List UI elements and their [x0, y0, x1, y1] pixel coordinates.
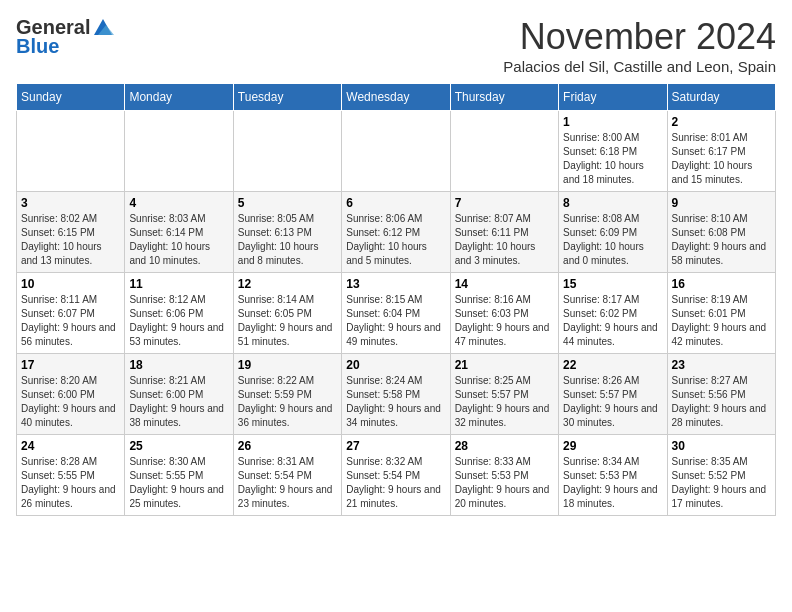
calendar-cell: 30Sunrise: 8:35 AM Sunset: 5:52 PM Dayli…	[667, 435, 775, 516]
calendar-cell	[342, 111, 450, 192]
day-number: 3	[21, 196, 120, 210]
logo-icon	[92, 17, 114, 39]
day-info: Sunrise: 8:10 AM Sunset: 6:08 PM Dayligh…	[672, 212, 771, 268]
calendar-cell: 12Sunrise: 8:14 AM Sunset: 6:05 PM Dayli…	[233, 273, 341, 354]
day-number: 19	[238, 358, 337, 372]
calendar-cell: 26Sunrise: 8:31 AM Sunset: 5:54 PM Dayli…	[233, 435, 341, 516]
calendar-cell: 27Sunrise: 8:32 AM Sunset: 5:54 PM Dayli…	[342, 435, 450, 516]
day-info: Sunrise: 8:19 AM Sunset: 6:01 PM Dayligh…	[672, 293, 771, 349]
day-number: 28	[455, 439, 554, 453]
calendar-header-row: SundayMondayTuesdayWednesdayThursdayFrid…	[17, 84, 776, 111]
day-number: 22	[563, 358, 662, 372]
header: General Blue November 2024 Palacios del …	[16, 16, 776, 75]
calendar-cell	[125, 111, 233, 192]
day-number: 4	[129, 196, 228, 210]
day-number: 7	[455, 196, 554, 210]
day-info: Sunrise: 8:31 AM Sunset: 5:54 PM Dayligh…	[238, 455, 337, 511]
calendar-cell: 16Sunrise: 8:19 AM Sunset: 6:01 PM Dayli…	[667, 273, 775, 354]
calendar: SundayMondayTuesdayWednesdayThursdayFrid…	[16, 83, 776, 516]
day-info: Sunrise: 8:05 AM Sunset: 6:13 PM Dayligh…	[238, 212, 337, 268]
day-info: Sunrise: 8:00 AM Sunset: 6:18 PM Dayligh…	[563, 131, 662, 187]
day-number: 5	[238, 196, 337, 210]
day-number: 11	[129, 277, 228, 291]
day-info: Sunrise: 8:33 AM Sunset: 5:53 PM Dayligh…	[455, 455, 554, 511]
day-number: 20	[346, 358, 445, 372]
calendar-cell: 10Sunrise: 8:11 AM Sunset: 6:07 PM Dayli…	[17, 273, 125, 354]
logo-blue: Blue	[16, 35, 59, 58]
calendar-cell: 4Sunrise: 8:03 AM Sunset: 6:14 PM Daylig…	[125, 192, 233, 273]
calendar-week-1: 1Sunrise: 8:00 AM Sunset: 6:18 PM Daylig…	[17, 111, 776, 192]
calendar-week-5: 24Sunrise: 8:28 AM Sunset: 5:55 PM Dayli…	[17, 435, 776, 516]
calendar-cell: 20Sunrise: 8:24 AM Sunset: 5:58 PM Dayli…	[342, 354, 450, 435]
day-info: Sunrise: 8:27 AM Sunset: 5:56 PM Dayligh…	[672, 374, 771, 430]
day-info: Sunrise: 8:14 AM Sunset: 6:05 PM Dayligh…	[238, 293, 337, 349]
calendar-header-friday: Friday	[559, 84, 667, 111]
day-info: Sunrise: 8:07 AM Sunset: 6:11 PM Dayligh…	[455, 212, 554, 268]
calendar-cell: 23Sunrise: 8:27 AM Sunset: 5:56 PM Dayli…	[667, 354, 775, 435]
calendar-cell: 3Sunrise: 8:02 AM Sunset: 6:15 PM Daylig…	[17, 192, 125, 273]
day-info: Sunrise: 8:34 AM Sunset: 5:53 PM Dayligh…	[563, 455, 662, 511]
calendar-week-3: 10Sunrise: 8:11 AM Sunset: 6:07 PM Dayli…	[17, 273, 776, 354]
calendar-cell	[450, 111, 558, 192]
day-number: 10	[21, 277, 120, 291]
day-info: Sunrise: 8:03 AM Sunset: 6:14 PM Dayligh…	[129, 212, 228, 268]
calendar-cell: 1Sunrise: 8:00 AM Sunset: 6:18 PM Daylig…	[559, 111, 667, 192]
day-info: Sunrise: 8:32 AM Sunset: 5:54 PM Dayligh…	[346, 455, 445, 511]
day-number: 26	[238, 439, 337, 453]
calendar-cell: 14Sunrise: 8:16 AM Sunset: 6:03 PM Dayli…	[450, 273, 558, 354]
day-number: 8	[563, 196, 662, 210]
calendar-cell: 18Sunrise: 8:21 AM Sunset: 6:00 PM Dayli…	[125, 354, 233, 435]
day-number: 17	[21, 358, 120, 372]
day-info: Sunrise: 8:21 AM Sunset: 6:00 PM Dayligh…	[129, 374, 228, 430]
day-number: 12	[238, 277, 337, 291]
calendar-cell: 5Sunrise: 8:05 AM Sunset: 6:13 PM Daylig…	[233, 192, 341, 273]
calendar-header-wednesday: Wednesday	[342, 84, 450, 111]
day-info: Sunrise: 8:24 AM Sunset: 5:58 PM Dayligh…	[346, 374, 445, 430]
day-info: Sunrise: 8:01 AM Sunset: 6:17 PM Dayligh…	[672, 131, 771, 187]
day-info: Sunrise: 8:15 AM Sunset: 6:04 PM Dayligh…	[346, 293, 445, 349]
calendar-cell: 13Sunrise: 8:15 AM Sunset: 6:04 PM Dayli…	[342, 273, 450, 354]
calendar-cell: 8Sunrise: 8:08 AM Sunset: 6:09 PM Daylig…	[559, 192, 667, 273]
day-number: 25	[129, 439, 228, 453]
day-number: 24	[21, 439, 120, 453]
title-area: November 2024 Palacios del Sil, Castille…	[503, 16, 776, 75]
day-number: 30	[672, 439, 771, 453]
calendar-header-saturday: Saturday	[667, 84, 775, 111]
day-info: Sunrise: 8:16 AM Sunset: 6:03 PM Dayligh…	[455, 293, 554, 349]
location-subtitle: Palacios del Sil, Castille and Leon, Spa…	[503, 58, 776, 75]
calendar-cell: 17Sunrise: 8:20 AM Sunset: 6:00 PM Dayli…	[17, 354, 125, 435]
calendar-week-4: 17Sunrise: 8:20 AM Sunset: 6:00 PM Dayli…	[17, 354, 776, 435]
day-info: Sunrise: 8:08 AM Sunset: 6:09 PM Dayligh…	[563, 212, 662, 268]
calendar-cell: 28Sunrise: 8:33 AM Sunset: 5:53 PM Dayli…	[450, 435, 558, 516]
day-info: Sunrise: 8:35 AM Sunset: 5:52 PM Dayligh…	[672, 455, 771, 511]
month-title: November 2024	[503, 16, 776, 58]
day-info: Sunrise: 8:02 AM Sunset: 6:15 PM Dayligh…	[21, 212, 120, 268]
day-info: Sunrise: 8:20 AM Sunset: 6:00 PM Dayligh…	[21, 374, 120, 430]
day-number: 23	[672, 358, 771, 372]
calendar-cell: 11Sunrise: 8:12 AM Sunset: 6:06 PM Dayli…	[125, 273, 233, 354]
day-info: Sunrise: 8:11 AM Sunset: 6:07 PM Dayligh…	[21, 293, 120, 349]
day-number: 29	[563, 439, 662, 453]
calendar-header-tuesday: Tuesday	[233, 84, 341, 111]
calendar-week-2: 3Sunrise: 8:02 AM Sunset: 6:15 PM Daylig…	[17, 192, 776, 273]
day-number: 9	[672, 196, 771, 210]
day-info: Sunrise: 8:28 AM Sunset: 5:55 PM Dayligh…	[21, 455, 120, 511]
day-number: 6	[346, 196, 445, 210]
day-info: Sunrise: 8:17 AM Sunset: 6:02 PM Dayligh…	[563, 293, 662, 349]
day-number: 2	[672, 115, 771, 129]
calendar-header-monday: Monday	[125, 84, 233, 111]
day-info: Sunrise: 8:25 AM Sunset: 5:57 PM Dayligh…	[455, 374, 554, 430]
calendar-cell: 21Sunrise: 8:25 AM Sunset: 5:57 PM Dayli…	[450, 354, 558, 435]
day-info: Sunrise: 8:30 AM Sunset: 5:55 PM Dayligh…	[129, 455, 228, 511]
calendar-cell	[17, 111, 125, 192]
day-number: 1	[563, 115, 662, 129]
calendar-cell	[233, 111, 341, 192]
day-number: 21	[455, 358, 554, 372]
day-number: 18	[129, 358, 228, 372]
calendar-cell: 15Sunrise: 8:17 AM Sunset: 6:02 PM Dayli…	[559, 273, 667, 354]
calendar-cell: 24Sunrise: 8:28 AM Sunset: 5:55 PM Dayli…	[17, 435, 125, 516]
day-number: 16	[672, 277, 771, 291]
logo: General Blue	[16, 16, 114, 58]
calendar-cell: 2Sunrise: 8:01 AM Sunset: 6:17 PM Daylig…	[667, 111, 775, 192]
day-info: Sunrise: 8:26 AM Sunset: 5:57 PM Dayligh…	[563, 374, 662, 430]
